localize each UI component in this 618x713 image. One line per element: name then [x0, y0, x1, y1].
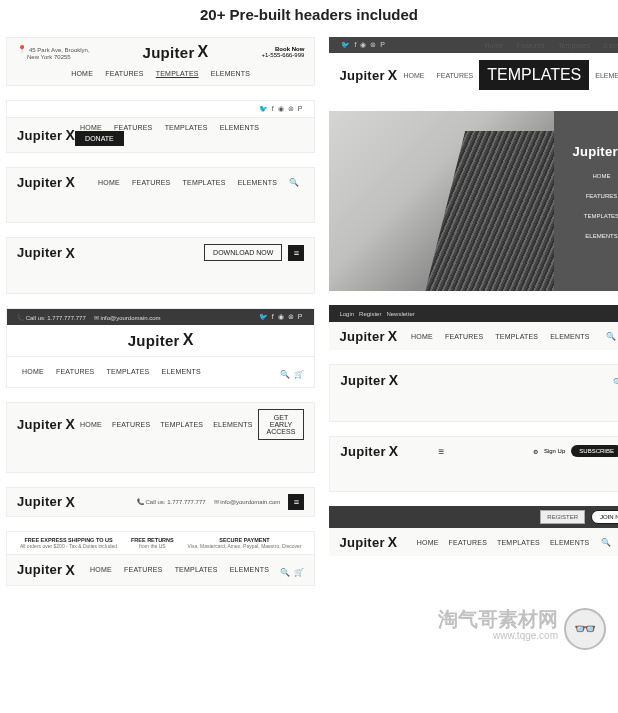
nav-features[interactable]: FEATURES: [114, 124, 152, 131]
header-8: FREE EXPRESS SHIPPING TO USAll orders ov…: [6, 531, 315, 586]
nav-templates[interactable]: TEMPLATES: [160, 421, 203, 428]
register-link[interactable]: Register: [359, 311, 381, 317]
nav-templates[interactable]: TEMPLATES: [479, 60, 589, 90]
nav-templates[interactable]: TEMPLATES: [497, 539, 540, 546]
main-nav: HOME FEATURES TEMPLATES ELEMENTS: [7, 66, 314, 85]
donate-button[interactable]: DONATE: [75, 131, 124, 146]
nav-features[interactable]: FEATURES: [132, 179, 170, 186]
logo[interactable]: JupiterX: [339, 67, 397, 83]
search-icon[interactable]: 🔍: [601, 538, 611, 547]
logo[interactable]: JupiterX: [142, 43, 208, 61]
nav-elements[interactable]: ELEMENTS: [585, 233, 617, 239]
top-bar: 📞 Call us: 1.777.777.777✉ info@yourdomai…: [7, 309, 314, 325]
nav-home[interactable]: HOME: [90, 566, 112, 573]
nav-elements[interactable]: ELEMENTS: [589, 72, 618, 79]
nav-home[interactable]: HOME: [417, 539, 439, 546]
signup-link[interactable]: Sign Up: [544, 448, 565, 454]
search-icon[interactable]: 🔍: [289, 178, 299, 187]
top-templates[interactable]: Templates: [552, 42, 596, 49]
hamburger-icon[interactable]: ≡: [438, 446, 444, 457]
nav-elements[interactable]: ELEMENTS: [550, 539, 589, 546]
nav-features[interactable]: FEATURES: [112, 421, 150, 428]
nav-features[interactable]: FEATURES: [56, 368, 94, 375]
main-nav: HOME FEATURES TEMPLATES ELEMENTS 🔍: [93, 178, 304, 187]
search-icon[interactable]: 🔍: [606, 332, 616, 341]
hamburger-icon[interactable]: ≡: [288, 494, 304, 510]
nav-templates[interactable]: TEMPLATES: [183, 179, 226, 186]
logo[interactable]: JupiterX: [17, 245, 75, 261]
nav-templates[interactable]: TEMPLATES: [107, 368, 150, 375]
nav-elements[interactable]: ELEMENTS: [238, 179, 277, 186]
nav-elements[interactable]: ELEMENTS: [162, 368, 201, 375]
logo[interactable]: JupiterX: [17, 174, 75, 190]
logo[interactable]: JupiterX: [339, 328, 397, 344]
nav-templates[interactable]: TEMPLATES: [165, 124, 208, 131]
hamburger-icon[interactable]: ≡: [288, 245, 304, 261]
nav-elements[interactable]: ELEMENTS: [213, 421, 252, 428]
social-icons[interactable]: 🐦f◉⊚P: [257, 313, 305, 321]
top-features[interactable]: Features: [511, 42, 551, 49]
logo[interactable]: JupiterX: [17, 127, 75, 143]
nav-home[interactable]: HOME: [411, 333, 433, 340]
cart-icon[interactable]: 🛒: [294, 568, 304, 577]
avatar-icon: 👓: [564, 608, 606, 650]
nav-templates[interactable]: TEMPLATES: [156, 70, 199, 77]
nav-elements[interactable]: ELEMENTS: [230, 566, 269, 573]
early-access-button[interactable]: GET EARLY ACCESS: [258, 409, 305, 440]
register-button[interactable]: REGISTER: [540, 510, 585, 524]
top-home[interactable]: Home: [479, 42, 510, 49]
logo[interactable]: JupiterX: [339, 534, 397, 550]
social-icons[interactable]: 🐦f◉⊚P: [339, 41, 387, 49]
nav-home[interactable]: HOME: [592, 173, 610, 179]
logo[interactable]: JupiterX: [340, 443, 398, 459]
header-6: JupiterX HOME FEATURES TEMPLATES ELEMENT…: [6, 402, 315, 473]
subscribe-button[interactable]: SUBSCRIBE: [571, 445, 618, 457]
nav-home[interactable]: HOME: [98, 179, 120, 186]
top-elements[interactable]: Elements: [598, 42, 618, 49]
download-button[interactable]: DOWNLOAD NOW: [204, 244, 282, 261]
nav-features[interactable]: FEATURES: [105, 70, 143, 77]
nav-home[interactable]: HOME: [22, 368, 44, 375]
gear-icon[interactable]: ⚙: [533, 448, 538, 455]
nav-elements[interactable]: ELEMENTS: [550, 333, 589, 340]
nav-home[interactable]: HOME: [80, 421, 102, 428]
header-3: JupiterX HOME FEATURES TEMPLATES ELEMENT…: [6, 167, 315, 223]
top-bar: 🐦f◉⊚P Home Features Templates Elements: [329, 37, 618, 53]
nav-features[interactable]: FEATURES: [445, 333, 483, 340]
nav-templates[interactable]: TEMPLATES: [495, 333, 538, 340]
logo[interactable]: JupiterX: [17, 494, 75, 510]
join-button[interactable]: JOIN NOW: [591, 510, 618, 524]
search-icon[interactable]: 🔍: [280, 568, 290, 577]
top-bar: 🐦f◉⊚P: [7, 101, 314, 117]
nav-home[interactable]: HOME: [80, 124, 102, 131]
nav-features[interactable]: FEATURES: [430, 72, 479, 79]
nav-templates[interactable]: TEMPLATES: [175, 566, 218, 573]
social-icons[interactable]: 🐦f◉⊚P: [257, 105, 305, 113]
nav-features[interactable]: FEATURES: [124, 566, 162, 573]
nav-elements[interactable]: ELEMENTS: [211, 70, 250, 77]
nav-templates[interactable]: TEMPLATES: [584, 213, 618, 219]
main-nav: HOME FEATURES TEMPLATES ELEMENTS DONATE: [75, 124, 304, 146]
main-nav: HOME FEATURES TEMPLATES ELEMENTS 🔍 ≡: [406, 331, 618, 342]
logo[interactable]: JupiterX: [340, 372, 398, 388]
nav-home[interactable]: HOME: [397, 72, 430, 79]
logo[interactable]: JupiterX: [17, 562, 75, 578]
logo[interactable]: JupiterX: [17, 416, 75, 432]
header-r4: JupiterX 🔍 ≡: [329, 364, 618, 422]
address: 45 Park Ave, Brooklyn,New York 70255: [17, 45, 90, 60]
side-nav: JupiterX HOME FEATURES TEMPLATES ELEMENT…: [554, 111, 618, 291]
main-nav: HOME FEATURES TEMPLATES ELEMENTS 🔍 🛒: [412, 538, 618, 547]
nav-home[interactable]: HOME: [71, 70, 93, 77]
header-r6: REGISTER JOIN NOW JupiterX HOME FEATURES…: [329, 506, 618, 556]
logo[interactable]: JupiterX: [572, 143, 618, 159]
main-nav: HOME FEATURES TEMPLATES ELEMENTS: [17, 368, 206, 375]
cart-icon[interactable]: 🛒: [294, 370, 304, 379]
search-icon[interactable]: 🔍: [613, 378, 618, 387]
nav-features[interactable]: FEATURES: [586, 193, 618, 199]
search-icon[interactable]: 🔍: [280, 370, 290, 379]
contact: Book Now+1-555-666-999: [261, 46, 304, 58]
login-link[interactable]: Login: [339, 311, 354, 317]
newsletter-link[interactable]: Newsletter: [386, 311, 414, 317]
nav-features[interactable]: FEATURES: [449, 539, 487, 546]
nav-elements[interactable]: ELEMENTS: [220, 124, 259, 131]
